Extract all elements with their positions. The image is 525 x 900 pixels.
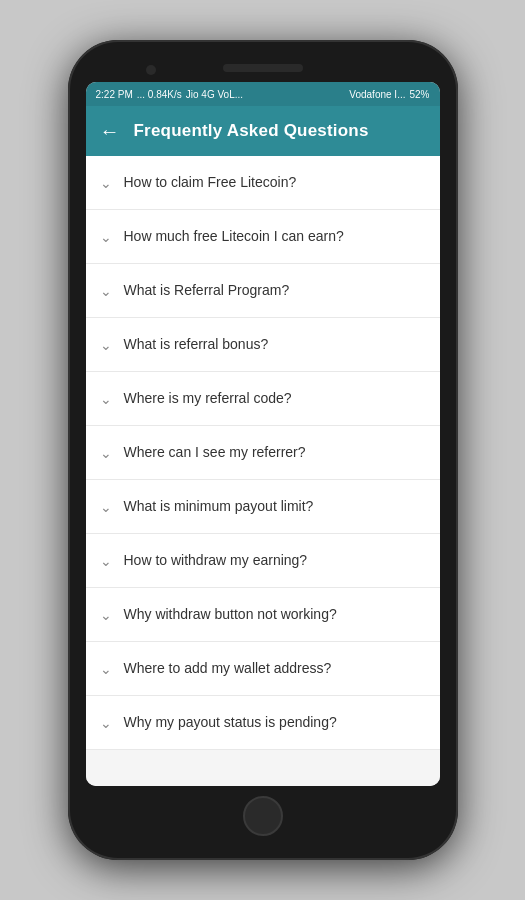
faq-item[interactable]: ⌄ How to claim Free Litecoin? <box>86 156 440 210</box>
chevron-down-icon: ⌄ <box>100 445 112 461</box>
chevron-down-icon: ⌄ <box>100 283 112 299</box>
toolbar-title: Frequently Asked Questions <box>134 121 369 141</box>
faq-question-text: What is referral bonus? <box>124 335 269 353</box>
faq-question-text: Why my payout status is pending? <box>124 713 337 731</box>
faq-question-text: Where is my referral code? <box>124 389 292 407</box>
status-right: Vodafone I... 52% <box>349 89 429 100</box>
faq-item[interactable]: ⌄ How much free Litecoin I can earn? <box>86 210 440 264</box>
faq-item[interactable]: ⌄ Where is my referral code? <box>86 372 440 426</box>
faq-item[interactable]: ⌄ Where can I see my referrer? <box>86 426 440 480</box>
status-time: 2:22 PM <box>96 89 133 100</box>
status-battery: 52% <box>409 89 429 100</box>
faq-question-text: Where to add my wallet address? <box>124 659 332 677</box>
faq-question-text: How much free Litecoin I can earn? <box>124 227 344 245</box>
faq-question-text: What is Referral Program? <box>124 281 290 299</box>
faq-question-text: How to withdraw my earning? <box>124 551 308 569</box>
status-left: 2:22 PM ... 0.84K/s Jio 4G VoL... <box>96 89 244 100</box>
app-toolbar: ← Frequently Asked Questions <box>86 106 440 156</box>
faq-item[interactable]: ⌄ What is Referral Program? <box>86 264 440 318</box>
home-button[interactable] <box>243 796 283 836</box>
faq-item[interactable]: ⌄ What is referral bonus? <box>86 318 440 372</box>
chevron-down-icon: ⌄ <box>100 607 112 623</box>
phone-camera <box>146 65 156 75</box>
phone-speaker <box>223 64 303 72</box>
chevron-down-icon: ⌄ <box>100 337 112 353</box>
status-bar: 2:22 PM ... 0.84K/s Jio 4G VoL... Vodafo… <box>86 82 440 106</box>
phone-top-bar <box>86 58 440 82</box>
chevron-down-icon: ⌄ <box>100 175 112 191</box>
chevron-down-icon: ⌄ <box>100 391 112 407</box>
faq-item[interactable]: ⌄ How to withdraw my earning? <box>86 534 440 588</box>
chevron-down-icon: ⌄ <box>100 553 112 569</box>
faq-question-text: Why withdraw button not working? <box>124 605 337 623</box>
status-network: ... 0.84K/s <box>137 89 182 100</box>
faq-item[interactable]: ⌄ What is minimum payout limit? <box>86 480 440 534</box>
faq-question-text: What is minimum payout limit? <box>124 497 314 515</box>
faq-question-text: Where can I see my referrer? <box>124 443 306 461</box>
faq-question-text: How to claim Free Litecoin? <box>124 173 297 191</box>
faq-item[interactable]: ⌄ Why my payout status is pending? <box>86 696 440 750</box>
chevron-down-icon: ⌄ <box>100 229 112 245</box>
faq-item[interactable]: ⌄ Why withdraw button not working? <box>86 588 440 642</box>
chevron-down-icon: ⌄ <box>100 661 112 677</box>
faq-list: ⌄ How to claim Free Litecoin? ⌄ How much… <box>86 156 440 786</box>
phone-device: 2:22 PM ... 0.84K/s Jio 4G VoL... Vodafo… <box>68 40 458 860</box>
phone-bottom-bar <box>86 786 440 842</box>
chevron-down-icon: ⌄ <box>100 499 112 515</box>
status-carrier1: Jio 4G VoL... <box>186 89 243 100</box>
phone-screen: 2:22 PM ... 0.84K/s Jio 4G VoL... Vodafo… <box>86 82 440 786</box>
chevron-down-icon: ⌄ <box>100 715 112 731</box>
back-button[interactable]: ← <box>100 121 120 141</box>
status-carrier2: Vodafone I... <box>349 89 405 100</box>
faq-item[interactable]: ⌄ Where to add my wallet address? <box>86 642 440 696</box>
